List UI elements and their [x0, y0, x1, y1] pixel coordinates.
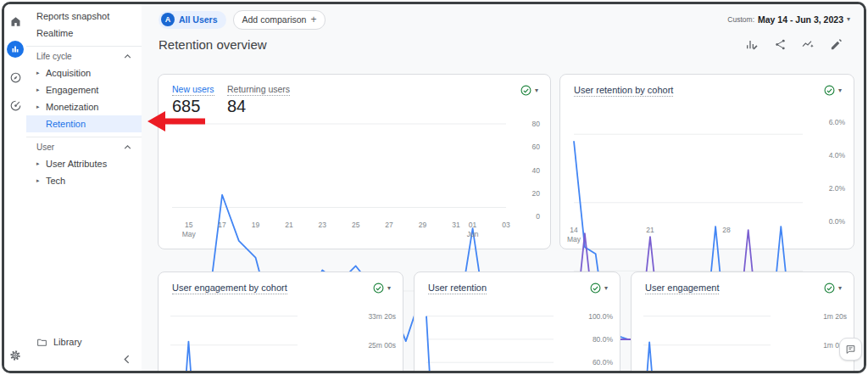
y-axis-labels: 33m 20s25m 00s16m 40s [352, 305, 396, 373]
insights-icon[interactable] [800, 36, 815, 52]
section-label: User [36, 143, 54, 152]
y-axis-labels: 1m 20s1m 00s0m 40s [803, 305, 847, 373]
metric-value: 685 [172, 97, 214, 116]
sidebar-item-retention[interactable]: Retention [26, 115, 142, 132]
report-actions [744, 36, 843, 52]
metric-new-users[interactable]: New users 685 [172, 84, 214, 116]
sidebar-section-lifecycle[interactable]: Life cycle [26, 48, 142, 64]
card-title: User engagement by cohort [172, 283, 287, 293]
data-quality-toggle[interactable]: ▾ [371, 281, 392, 295]
share-icon[interactable] [772, 36, 787, 52]
chevron-up-icon [124, 54, 131, 59]
add-comparison-chip[interactable]: Add comparison + [233, 10, 326, 30]
card-title: User retention by cohort [574, 85, 673, 95]
user-engagement-chart [643, 305, 771, 373]
y-axis-labels: 806040200 [511, 124, 540, 216]
section-label: Life cycle [36, 52, 72, 61]
sidebar-footer: Library [26, 333, 142, 367]
feedback-bubble-icon[interactable] [839, 338, 862, 361]
sidebar-item-label: Monetization [46, 102, 98, 112]
main-content: A All Users Add comparison + Custom: May… [142, 4, 864, 371]
edit-icon[interactable] [828, 36, 843, 52]
check-circle-icon [824, 283, 835, 294]
report-title-bar: Retention overview [159, 33, 850, 55]
sidebar-divider [26, 137, 142, 137]
reports-sidebar: Reports snapshot Realtime Life cycle ▸ A… [26, 4, 142, 371]
sidebar-item-monetization[interactable]: ▸ Monetization [26, 98, 142, 115]
sidebar-item-library[interactable]: Library [26, 333, 142, 350]
y-axis-labels: 6.0%4.0%2.0%0.0% [808, 110, 845, 221]
check-circle-icon [590, 283, 601, 294]
x-axis-labels: 15 May171921232527293101 Jun03 [172, 218, 506, 240]
chevron-down-icon: ▾ [535, 87, 538, 94]
folder-icon [36, 337, 47, 348]
chevron-down-icon: ▾ [838, 87, 842, 94]
customize-report-icon[interactable] [744, 36, 760, 52]
plus-icon: + [310, 14, 316, 25]
all-users-label: All Users [179, 14, 218, 25]
engagement-by-cohort-chart [170, 305, 298, 373]
x-axis-labels: 14 May2128 [574, 223, 803, 243]
sidebar-item-user-attributes[interactable]: ▸ User Attributes [26, 155, 142, 172]
date-range-picker[interactable]: Custom: May 14 - Jun 3, 2023 ▾ [727, 14, 850, 25]
audience-avatar: A [161, 13, 175, 26]
user-engagement-by-cohort-card: User engagement by cohort ▾ 33m 20s25m 0… [158, 271, 403, 373]
sidebar-item-label: Tech [46, 176, 65, 186]
sidebar-item-label: Realtime [36, 28, 73, 38]
sidebar-item-acquisition[interactable]: ▸ Acquisition [26, 64, 142, 81]
home-icon[interactable] [7, 13, 24, 30]
data-quality-toggle[interactable]: ▾ [519, 83, 540, 98]
chevron-down-icon: ▾ [847, 16, 850, 23]
sidebar-item-label: User Attributes [46, 159, 107, 169]
date-range-value: May 14 - Jun 3, 2023 [758, 14, 843, 25]
sidebar-item-realtime[interactable]: Realtime [26, 25, 142, 42]
sidebar-item-tech[interactable]: ▸ Tech [26, 172, 142, 189]
advertising-icon[interactable] [7, 97, 24, 114]
ga-app-window: Reports snapshot Realtime Life cycle ▸ A… [4, 4, 864, 371]
chevron-up-icon [124, 145, 131, 149]
nav-rail [4, 4, 26, 371]
sidebar-item-label: Acquisition [46, 68, 91, 78]
data-quality-toggle[interactable]: ▾ [822, 281, 843, 295]
user-retention-card: User retention ▾ 100.0%80.0%60.0% [414, 271, 620, 373]
chevron-down-icon: ▾ [387, 285, 391, 292]
user-retention-by-cohort-card: User retention by cohort ▾ 6.0%4.0%2.0%0… [559, 74, 854, 249]
sidebar-divider [26, 46, 142, 47]
sidebar-item-reports-snapshot[interactable]: Reports snapshot [26, 8, 142, 25]
page-title: Retention overview [159, 37, 267, 52]
reports-icon[interactable] [7, 41, 24, 58]
data-quality-toggle[interactable]: ▾ [588, 281, 609, 295]
metric-value: 84 [227, 97, 290, 116]
check-circle-icon [824, 85, 835, 96]
collapse-sidebar-icon[interactable] [122, 353, 131, 366]
card-title: User engagement [645, 283, 719, 293]
expand-triangle-icon: ▸ [36, 160, 46, 167]
metric-returning-users[interactable]: Returning users 84 [227, 84, 290, 116]
screenshot-frame: Reports snapshot Realtime Life cycle ▸ A… [2, 2, 866, 373]
sidebar-section-user[interactable]: User [26, 139, 142, 155]
data-quality-toggle[interactable]: ▾ [822, 83, 843, 98]
sidebar-collapse-row [26, 350, 142, 367]
metric-label: New users [172, 84, 214, 96]
comparison-bar: A All Users Add comparison + Custom: May… [159, 10, 850, 29]
chevron-down-icon: ▾ [838, 285, 842, 292]
chevron-down-icon: ▾ [604, 285, 608, 292]
sidebar-item-engagement[interactable]: ▸ Engagement [26, 81, 142, 98]
sidebar-item-label: Engagement [46, 85, 98, 95]
metric-label: Returning users [227, 84, 290, 96]
settings-gear-icon[interactable] [7, 347, 24, 364]
y-axis-labels: 100.0%80.0%60.0% [569, 305, 613, 373]
check-circle-icon [373, 283, 384, 294]
user-retention-chart [426, 305, 554, 373]
expand-triangle-icon: ▸ [36, 104, 46, 110]
all-users-chip[interactable]: A All Users [159, 11, 226, 29]
explore-icon[interactable] [7, 69, 24, 86]
card-title: User retention [428, 283, 487, 293]
expand-triangle-icon: ▸ [36, 177, 46, 184]
sidebar-item-label: Reports snapshot [36, 11, 109, 21]
sidebar-item-label: Library [53, 337, 82, 347]
sidebar-item-label: Retention [46, 119, 86, 129]
user-engagement-card: User engagement ▾ 1m 20s1m 00s0m 40s [631, 271, 854, 373]
expand-triangle-icon: ▸ [36, 87, 46, 93]
expand-triangle-icon: ▸ [36, 70, 46, 76]
